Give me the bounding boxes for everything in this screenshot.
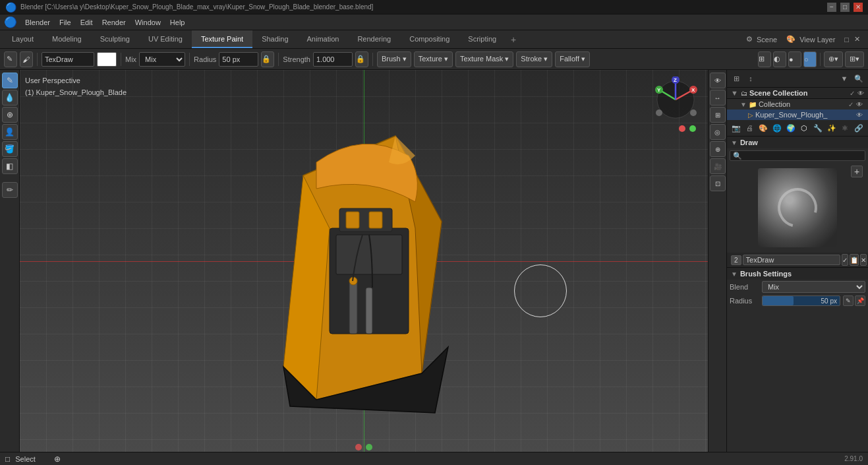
menu-help[interactable]: Help (166, 17, 189, 28)
viewport-shading-1[interactable]: ⊞ (758, 51, 771, 67)
mode-button[interactable]: ✎ (4, 51, 17, 67)
brush-add-button[interactable]: + (851, 166, 863, 177)
vp-icon-6[interactable]: 🎥 (710, 158, 726, 174)
vp-icon-5[interactable]: ⊕ (710, 141, 726, 157)
radius-pin-button[interactable]: 📌 (855, 295, 865, 306)
tab-shading[interactable]: Shading (252, 30, 297, 48)
object-row[interactable]: ▷ Kuper_Snow_Plough_ 👁 (727, 109, 868, 120)
radius-bar[interactable]: 50 px (762, 295, 840, 306)
minimize-button[interactable]: − (827, 3, 836, 12)
workspace-maximize-icon[interactable]: □ (844, 36, 849, 44)
scene-name[interactable]: Scene (757, 36, 777, 44)
tab-uv-editing[interactable]: UV Editing (139, 30, 192, 48)
color-swatch[interactable] (97, 52, 117, 67)
outliner-icon-2[interactable]: ↕ (744, 72, 757, 85)
window-controls: − □ ✕ (827, 3, 863, 12)
texture-popup-button[interactable]: Texture ▾ (414, 51, 453, 67)
tab-animation[interactable]: Animation (298, 30, 349, 48)
collection-row[interactable]: ▼ 📁 Collection ✓ 👁 (727, 99, 868, 109)
viewport-shading-2[interactable]: ◐ (773, 51, 786, 67)
prop-icon-world[interactable]: 🌍 (784, 121, 797, 135)
falloff-button[interactable]: Falloff ▾ (555, 51, 590, 67)
prop-icon-physics[interactable]: ⚛ (839, 121, 852, 135)
brush-delete-button[interactable]: ✕ (860, 254, 867, 266)
vp-icon-1[interactable]: 👁 (710, 73, 726, 88)
brush-pin-button[interactable]: ✓ (842, 254, 848, 266)
brush-search-input[interactable] (730, 150, 865, 161)
blend-dropdown[interactable]: Mix Add Multiply (762, 281, 865, 293)
menu-window[interactable]: Window (131, 17, 165, 28)
collection-eye[interactable]: 👁 (856, 101, 863, 108)
radius-input[interactable] (219, 52, 258, 67)
object-eye[interactable]: 👁 (856, 111, 863, 119)
outliner-search-icon[interactable]: 🔍 (852, 72, 865, 85)
overlay-button[interactable]: ⊕▾ (824, 51, 843, 67)
prop-icon-object[interactable]: ⬡ (798, 121, 811, 135)
vp-icon-2[interactable]: ↔ (710, 90, 726, 106)
maximize-button[interactable]: □ (840, 3, 850, 12)
tool-smear[interactable]: ⊕ (2, 107, 18, 123)
menu-file[interactable]: File (55, 17, 75, 28)
right-panel: ⊞ ↕ ▼ 🔍 ▼ 🗂 Scene Collection ✓ 👁 ▼ 📁 Col… (726, 70, 868, 452)
outliner-icon-1[interactable]: ⊞ (730, 72, 743, 85)
prop-icon-constraints[interactable]: 🔗 (852, 121, 865, 135)
brush-name-input[interactable] (42, 52, 94, 67)
tab-compositing[interactable]: Compositing (400, 30, 459, 48)
tool-annotate[interactable]: ✏ (2, 182, 18, 198)
tool-soften[interactable]: 💧 (2, 90, 18, 106)
blend-select[interactable]: Mix (139, 52, 185, 67)
stroke-button[interactable]: Stroke ▾ (516, 51, 552, 67)
titlebar: 🔵 Blender [C:\Users\a y\Desktop\Kuper_Sn… (0, 0, 868, 15)
tool-draw[interactable]: ✎ (2, 73, 18, 88)
svg-rect-2 (349, 281, 357, 334)
vp-icon-7[interactable]: ⊡ (710, 175, 726, 191)
brush-name-field[interactable] (743, 255, 840, 265)
menu-render[interactable]: Render (98, 17, 130, 28)
prop-icon-render[interactable]: 📷 (730, 121, 743, 135)
tab-scripting[interactable]: Scripting (459, 30, 506, 48)
prop-icon-scene[interactable]: 🌐 (770, 121, 784, 135)
prop-icon-view-layer[interactable]: 🎨 (757, 121, 770, 135)
tab-texture-paint[interactable]: Texture Paint (192, 30, 252, 48)
tool-mask[interactable]: ◧ (2, 158, 18, 174)
object-name: Kuper_Snow_Plough_ (755, 111, 827, 119)
viewport[interactable]: User Perspective (1) Kuper_Snow_Plough_B… (20, 70, 708, 452)
menu-edit[interactable]: Edit (76, 17, 97, 28)
texture-mask-button[interactable]: Texture Mask ▾ (455, 51, 513, 67)
prop-icon-modifier[interactable]: 🔧 (811, 121, 825, 135)
tab-rendering[interactable]: Rendering (348, 30, 400, 48)
tool-fill[interactable]: 🪣 (2, 141, 18, 157)
prop-icon-output[interactable]: 🖨 (743, 121, 757, 135)
menu-blender[interactable]: Blender (21, 17, 54, 28)
draw-title: Draw (740, 139, 758, 146)
tab-sculpting[interactable]: Sculpting (91, 30, 139, 48)
tab-add-button[interactable]: + (506, 30, 521, 48)
brush-copy-button[interactable]: 📋 (850, 254, 859, 266)
prop-icon-particles[interactable]: ✨ (825, 121, 838, 135)
gizmo-button[interactable]: ⊞▾ (845, 51, 864, 67)
blender-version: 2.91.0 (844, 455, 863, 462)
strength-input[interactable] (313, 52, 353, 67)
view-layer-name[interactable]: View Layer (799, 36, 835, 44)
strength-lock-button[interactable]: 🔒 (355, 51, 368, 67)
tool-clone[interactable]: 👤 (2, 124, 18, 140)
viewport-shading-4[interactable]: ○ (803, 51, 817, 67)
workspace-close-icon[interactable]: ✕ (854, 35, 860, 44)
viewport-shading-3[interactable]: ● (788, 51, 801, 67)
brush-settings-header[interactable]: ▼ Brush Settings (727, 268, 868, 280)
scene-collection-eye[interactable]: 👁 (857, 90, 864, 97)
brush-popup-button[interactable]: Brush ▾ (377, 51, 411, 67)
vp-icon-4[interactable]: ◎ (710, 124, 726, 140)
draw-section-header[interactable]: ▼ Draw (727, 137, 868, 148)
3d-object (264, 123, 468, 433)
radius-edit-button[interactable]: ✎ (843, 295, 854, 306)
search-row (727, 148, 868, 163)
brush-type-button[interactable]: 🖌 (20, 51, 33, 67)
scene-collection-toggle[interactable]: ▼ (731, 89, 738, 97)
radius-lock-button[interactable]: 🔒 (261, 51, 274, 67)
tab-layout[interactable]: Layout (3, 30, 43, 48)
vp-icon-3[interactable]: ⊞ (710, 107, 726, 123)
close-button[interactable]: ✕ (854, 3, 863, 12)
tab-modeling[interactable]: Modeling (43, 30, 91, 48)
outliner-filter-icon[interactable]: ▼ (838, 72, 851, 85)
